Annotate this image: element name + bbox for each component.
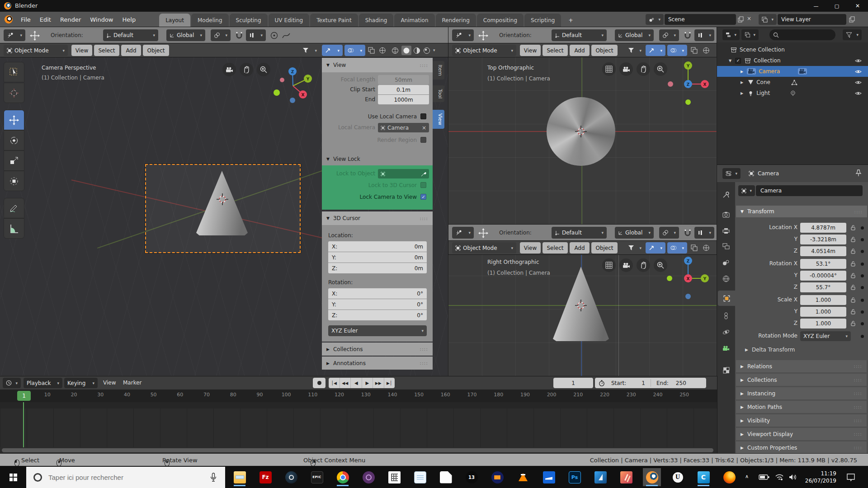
overlays-dropdown[interactable]: ▾ — [667, 45, 687, 56]
top-viewport[interactable]: Top Orthographic (1) Collection | Camera… — [448, 57, 717, 225]
blender-menu-icon[interactable] — [5, 15, 13, 23]
gizmos-dropdown[interactable]: ▾ — [646, 45, 665, 56]
timeline-hscrollbar[interactable] — [2, 448, 713, 452]
pivot-dropdown[interactable]: Global▾ — [615, 29, 654, 41]
lock-icon[interactable] — [851, 236, 856, 242]
outliner-filter-dropdown[interactable]: ▾ — [843, 29, 862, 40]
processing-icon[interactable] — [462, 468, 481, 486]
axis-navigation-gizmo[interactable]: Z Y X — [269, 63, 314, 108]
delta-transform-header[interactable]: ▶Delta Transform — [745, 347, 795, 353]
expand-arrow-icon[interactable]: ▶ — [741, 91, 743, 95]
orientation-dropdown[interactable]: Default▾ — [552, 29, 607, 41]
tab-scene[interactable] — [718, 255, 734, 270]
orientation-dropdown[interactable]: Default▾ — [103, 29, 158, 41]
visibility-eye-icon[interactable] — [855, 69, 862, 74]
affinity-designer-icon[interactable] — [591, 468, 609, 486]
sidebar-tab-view[interactable]: View — [433, 110, 444, 129]
outliner-filter-mode-dropdown[interactable]: ▾ — [741, 29, 759, 40]
tab-uv-editing[interactable]: UV Editing — [269, 14, 310, 27]
object-types-visibility-dropdown[interactable]: ▾ — [625, 45, 645, 56]
grid-ortho-button[interactable] — [602, 258, 616, 272]
gizmos-dropdown[interactable]: ▾ — [646, 242, 665, 253]
tab-compositing[interactable]: Compositing — [477, 14, 524, 27]
view-panel-header[interactable]: ▼ View :::: — [322, 58, 433, 72]
shading-material-icon[interactable] — [413, 47, 420, 54]
animate-dot[interactable] — [861, 238, 864, 241]
close-button[interactable]: ✕ — [847, 0, 868, 12]
visibility-eye-icon[interactable] — [855, 80, 862, 85]
cursor-rot-z-field[interactable]: Z:0° — [328, 310, 427, 320]
scene-type-dropdown[interactable]: ▾ — [646, 14, 664, 25]
panel-grip[interactable]: :::: — [420, 360, 428, 366]
clip-end-field[interactable]: 1000m — [378, 95, 429, 104]
camera-view-button[interactable] — [222, 63, 236, 76]
shading-wireframe-icon[interactable] — [392, 47, 399, 54]
editor-type-dropdown[interactable]: ▾ — [722, 168, 741, 179]
action-center-icon[interactable] — [846, 473, 855, 481]
clip-studio-icon[interactable] — [694, 468, 712, 486]
snap-with-dropdown[interactable]: ▾ — [694, 29, 714, 41]
camera-view-button[interactable] — [619, 258, 633, 272]
menu-help[interactable]: Help — [118, 16, 141, 23]
mode-dropdown[interactable]: Object Mode▾ — [452, 242, 516, 253]
xray-toggle-icon[interactable] — [691, 244, 698, 251]
section-instancing[interactable]: ▶Instancing:::: — [736, 387, 867, 399]
new-view-layer-icon[interactable] — [849, 16, 855, 23]
lock-icon[interactable] — [851, 248, 856, 254]
add-menu[interactable]: Add — [570, 242, 590, 253]
grid-toggle-icon[interactable] — [703, 47, 710, 54]
animate-dot[interactable] — [861, 286, 864, 289]
falloff-curve-icon[interactable] — [282, 32, 290, 39]
clear-local-camera-icon[interactable]: × — [422, 125, 426, 131]
cursor-loc-z-field[interactable]: Z:0m — [328, 263, 427, 273]
shading-solid-active[interactable] — [401, 46, 411, 55]
object-types-visibility-dropdown[interactable]: ▾ — [299, 45, 320, 56]
play-reverse-button[interactable]: ◀ — [351, 378, 362, 388]
lock-camera-to-view-checkbox[interactable]: ✓ — [420, 194, 426, 200]
timeline-marker-menu[interactable]: Marker — [123, 380, 142, 386]
tab-animation[interactable]: Animation — [394, 14, 434, 27]
animate-dot[interactable] — [861, 299, 864, 302]
shading-dropdown-arrow[interactable]: ▾ — [433, 48, 435, 52]
use-local-camera-checkbox[interactable] — [420, 113, 426, 119]
clip-start-field[interactable]: 0.1m — [378, 85, 429, 94]
prev-keyframe-button[interactable]: ◀◀ — [340, 378, 351, 388]
add-menu[interactable]: Add — [570, 45, 590, 56]
lock-to-3d-cursor-checkbox[interactable] — [420, 182, 426, 188]
section-relations[interactable]: ▶Relations:::: — [736, 360, 867, 372]
keying-dropdown[interactable]: Keying▾ — [64, 378, 98, 388]
xray-toggle-icon[interactable] — [691, 47, 698, 54]
visibility-eye-icon[interactable] — [855, 91, 862, 96]
main-viewport[interactable]: Camera Perspective (1) Collection | Came… — [0, 57, 448, 376]
next-keyframe-button[interactable]: ▶▶ — [373, 378, 384, 388]
tray-chevron-icon[interactable]: ∧ — [745, 474, 749, 479]
calculator-icon[interactable] — [385, 468, 403, 486]
blender-icon[interactable] — [643, 468, 661, 486]
lock-icon[interactable] — [851, 225, 856, 230]
sidebar-tab-tool[interactable]: Tool — [433, 85, 444, 102]
current-frame-field[interactable]: 1 — [553, 378, 593, 388]
transform-tool[interactable] — [4, 171, 24, 191]
tab-tool[interactable] — [718, 188, 734, 202]
tab-output[interactable] — [718, 224, 734, 238]
transform-panel-header[interactable]: ▼ Transform :::: — [736, 206, 867, 217]
axis-navigation-gizmo[interactable]: Z X Y — [665, 255, 715, 302]
outliner-search-input[interactable] — [769, 29, 835, 40]
notepad-icon[interactable] — [411, 468, 429, 486]
focal-length-field[interactable]: 50mm — [378, 75, 429, 84]
timeline-tracks[interactable] — [0, 402, 717, 447]
move-gizmo-icon[interactable] — [30, 31, 40, 41]
outliner-row-scene-collection[interactable]: Scene Collection — [717, 44, 868, 55]
lock-icon[interactable] — [851, 320, 856, 326]
tab-texture[interactable] — [718, 363, 734, 377]
view-menu[interactable]: View — [520, 242, 541, 253]
expand-arrow-icon[interactable]: ▶ — [741, 80, 743, 84]
animate-dot[interactable] — [861, 310, 864, 314]
select-box-tool[interactable] — [4, 62, 24, 82]
jump-to-start-button[interactable]: │◀ — [329, 378, 340, 388]
snap-target-dropdown[interactable]: ▾ — [211, 29, 231, 41]
lock-icon[interactable] — [851, 284, 856, 290]
playhead-line[interactable] — [23, 402, 24, 447]
tab-world[interactable] — [718, 272, 734, 286]
grid-toggle-icon[interactable] — [379, 47, 386, 54]
